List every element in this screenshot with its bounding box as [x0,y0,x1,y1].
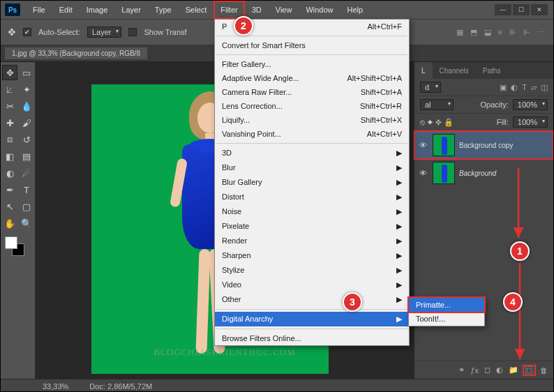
menu-help[interactable]: Help [340,1,370,19]
fill-label: Fill: [497,118,509,126]
brush-tool[interactable]: 🖌 [19,115,34,130]
menu-3d[interactable]: 3D [245,1,269,19]
menu-file[interactable]: File [26,1,52,19]
minimize-button[interactable]: — [495,4,511,15]
filter-shape-icon[interactable]: ▱ [531,83,537,92]
opacity-input[interactable]: 100% [513,99,548,110]
distribute-icon[interactable]: ⊩ [523,28,530,37]
gradient-tool[interactable]: ▤ [19,149,34,164]
tab-paths[interactable]: Paths [476,62,508,79]
document-tab[interactable]: 1.jpg @ 33,3% (Background copy, RGB/8 [5,47,147,59]
visibility-icon[interactable]: 👁 [417,169,428,177]
menu-edit[interactable]: Edit [52,1,80,19]
lasso-tool[interactable]: ⟀ [2,82,17,97]
filter-browse-online[interactable]: Browse Filters Online... [215,331,409,345]
kind-select[interactable]: d [420,82,441,93]
filter-image-icon[interactable]: ▣ [500,83,507,92]
foreground-color[interactable] [5,236,17,249]
shape-tool[interactable]: ▢ [19,199,34,214]
filter-gallery[interactable]: Filter Gallery... [215,57,409,71]
filter-distort[interactable]: Distort▶ [215,190,409,204]
layer-row-background[interactable]: 👁 Background [414,159,553,187]
zoom-tool[interactable]: 🔍 [19,216,34,231]
wand-tool[interactable]: ✦ [19,82,34,97]
adjustment-icon[interactable]: ◐ [496,365,503,375]
opacity-label: Opacity: [481,100,509,109]
filter-smart-icon[interactable]: ◫ [541,83,548,92]
filter-lens[interactable]: Lens Correction...Shift+Ctrl+R [215,99,409,113]
filter-video[interactable]: Video▶ [215,278,409,292]
tab-layers[interactable]: L [414,62,433,79]
filter-raw[interactable]: Camera Raw Filter...Shift+Ctrl+A [215,85,409,99]
filter-noise[interactable]: Noise▶ [215,204,409,219]
menu-image[interactable]: Image [80,1,115,19]
app-logo: Ps [5,3,20,16]
callout-3: 3 [343,292,362,312]
maximize-button[interactable]: ☐ [513,4,530,15]
filter-liquify[interactable]: Liquify...Shift+Ctrl+X [215,113,409,127]
path-tool[interactable]: ↖ [2,199,17,214]
filter-blur[interactable]: Blur▶ [215,160,409,175]
menu-type[interactable]: Type [148,1,179,19]
show-transform-label: Show Transf [144,28,186,36]
filter-render[interactable]: Render▶ [215,234,409,248]
filter-pixelate[interactable]: Pixelate▶ [215,219,409,234]
filter-adjust-icon[interactable]: ◐ [511,83,518,92]
align-icon[interactable]: ▦ [456,28,463,37]
close-button[interactable]: ✕ [531,4,548,15]
fx-icon[interactable]: ƒx [470,366,479,375]
trash-icon[interactable]: 🗑 [540,366,548,375]
watermark: BLOGCHIASEKIENTHUC.COM [154,347,296,358]
layers-footer: ⚭ ƒx ◻ ◐ 📁 ⿴ 🗑 [414,361,553,379]
history-brush-tool[interactable]: ↺ [19,132,34,147]
distribute-icon[interactable]: ⊪ [509,28,516,37]
heal-tool[interactable]: ✚ [2,115,17,130]
marquee-tool[interactable]: ▭ [19,65,34,80]
digital-anarchy-submenu: Primatte... ToonIt!... [408,297,485,326]
blend-mode-select[interactable]: al [420,99,454,110]
dodge-tool[interactable]: ☄ [19,165,34,181]
eyedropper-tool[interactable]: 💧 [19,98,34,114]
hand-tool[interactable]: ✋ [2,216,17,231]
menu-view[interactable]: View [269,1,299,19]
move-tool[interactable]: ✥ [2,65,17,80]
layer-row-background-copy[interactable]: 👁 Background copy [414,131,553,159]
filter-stylize[interactable]: Stylize▶ [215,263,409,278]
menu-layer[interactable]: Layer [114,1,148,19]
blur-tool[interactable]: ◐ [2,165,17,181]
filter-other[interactable]: Other▶ [215,292,409,307]
submenu-toonit[interactable]: ToonIt!... [409,312,484,326]
tab-channels[interactable]: Channels [433,62,476,79]
filter-adaptive[interactable]: Adaptive Wide Angle...Alt+Shift+Ctrl+A [215,71,409,85]
new-layer-button[interactable]: ⿴ [524,366,534,375]
filter-type-icon[interactable]: T [522,83,527,92]
fill-input[interactable]: 100% [513,116,548,128]
show-transform-checkbox[interactable] [128,28,137,36]
submenu-primatte[interactable]: Primatte... [409,298,484,312]
auto-select-checkbox[interactable]: ✔ [23,28,31,36]
visibility-icon[interactable]: 👁 [417,141,428,149]
align-icon[interactable]: ⬓ [484,28,491,37]
filter-digital-anarchy[interactable]: Digital Anarchy▶ [215,312,409,326]
layer-thumb [433,162,455,184]
eraser-tool[interactable]: ◧ [2,149,17,164]
align-icon[interactable]: ≡ [498,28,502,37]
filter-convert-smart[interactable]: Convert for Smart Filters [215,38,409,52]
filter-3d[interactable]: 3D▶ [215,146,409,160]
menu-select[interactable]: Select [179,1,214,19]
crop-tool[interactable]: ✂ [2,98,17,114]
mask-icon[interactable]: ◻ [484,365,491,375]
type-tool[interactable]: T [19,182,34,197]
layer-select[interactable]: Layer [87,27,122,38]
pen-tool[interactable]: ✒ [2,182,17,197]
color-swatches[interactable] [2,236,34,257]
menu-window[interactable]: Window [299,1,340,19]
filter-blur-gallery[interactable]: Blur Gallery▶ [215,175,409,190]
filter-sharpen[interactable]: Sharpen▶ [215,248,409,263]
more-icon[interactable]: ⋯ [537,28,545,37]
group-icon[interactable]: 📁 [509,365,518,375]
filter-vanish[interactable]: Vanishing Point...Alt+Ctrl+V [215,127,409,141]
link-icon[interactable]: ⚭ [458,365,465,375]
stamp-tool[interactable]: ⧈ [2,132,17,147]
align-icon[interactable]: ⬒ [470,28,477,37]
